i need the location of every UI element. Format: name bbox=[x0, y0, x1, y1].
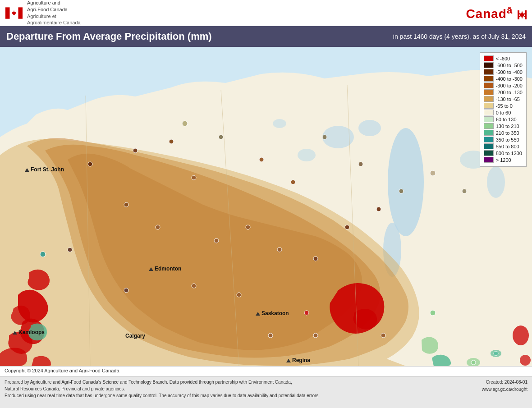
org-name-fr: Agriculture et Agroalimentaire Canada bbox=[27, 13, 81, 26]
svg-point-25 bbox=[169, 139, 174, 144]
legend-label-11: 130 to 210 bbox=[496, 124, 519, 129]
svg-point-54 bbox=[68, 248, 72, 252]
legend-label-1: < -600 bbox=[496, 56, 510, 61]
legend-swatch-11 bbox=[484, 123, 494, 129]
legend-label-7: -130 to -65 bbox=[496, 96, 520, 102]
legend-swatch-7 bbox=[484, 96, 494, 102]
legend-swatch-8 bbox=[484, 103, 494, 109]
legend-item-6: -200 to -130 bbox=[484, 89, 523, 95]
legend-swatch-3 bbox=[484, 69, 494, 75]
svg-point-36 bbox=[259, 157, 264, 162]
legend-swatch-10 bbox=[484, 116, 494, 122]
legend-label-12: 210 to 350 bbox=[496, 130, 519, 136]
svg-marker-6 bbox=[518, 11, 526, 19]
svg-point-40 bbox=[358, 162, 363, 166]
footer-created-date: Created: 2024-08-01 bbox=[482, 379, 527, 386]
legend-item-16: > 1200 bbox=[484, 157, 523, 163]
svg-rect-2 bbox=[18, 7, 23, 18]
svg-point-38 bbox=[182, 121, 188, 126]
legend-swatch-15 bbox=[484, 150, 494, 156]
legend-item-14: 550 to 800 bbox=[484, 143, 523, 149]
legend-swatch-14 bbox=[484, 143, 494, 149]
org-name-en: Agriculture and Agri-Food Canada bbox=[27, 0, 81, 13]
footer-line-2: Natural Resources Canada, Provincial and… bbox=[5, 385, 320, 392]
svg-point-34 bbox=[376, 207, 381, 211]
legend-swatch-2 bbox=[484, 62, 494, 68]
svg-point-50 bbox=[40, 252, 46, 257]
legend-swatch-16 bbox=[484, 157, 494, 163]
legend-item-7: -130 to -65 bbox=[484, 96, 523, 102]
legend-swatch-9 bbox=[484, 110, 494, 115]
svg-point-39 bbox=[322, 135, 327, 139]
legend-item-8: -65 to 0 bbox=[484, 103, 523, 109]
legend-item-2: -600 to -500 bbox=[484, 62, 523, 68]
legend-item-12: 210 to 350 bbox=[484, 130, 523, 136]
svg-point-49 bbox=[381, 333, 385, 338]
legend-item-5: -300 to -200 bbox=[484, 83, 523, 88]
legend-label-10: 60 to 130 bbox=[496, 117, 517, 122]
legend-label-15: 800 to 1200 bbox=[496, 151, 522, 156]
svg-point-33 bbox=[345, 225, 349, 229]
svg-point-15 bbox=[487, 166, 505, 198]
legend-item-1: < -600 bbox=[484, 55, 523, 61]
legend-swatch-13 bbox=[484, 137, 494, 142]
logo-area: Agriculture and Agri-Food Canada Agricul… bbox=[5, 0, 81, 26]
svg-point-35 bbox=[291, 180, 295, 184]
svg-point-41 bbox=[399, 189, 404, 193]
legend-label-3: -500 to -400 bbox=[496, 69, 523, 75]
page-header: Agriculture and Agri-Food Canada Agricul… bbox=[0, 0, 532, 26]
svg-point-55 bbox=[124, 288, 128, 293]
legend-swatch-6 bbox=[484, 89, 494, 95]
legend-label-16: > 1200 bbox=[496, 157, 511, 163]
legend-swatch-5 bbox=[484, 83, 494, 88]
svg-point-26 bbox=[124, 202, 128, 207]
legend-swatch-1 bbox=[484, 55, 494, 61]
svg-point-8 bbox=[388, 128, 424, 236]
svg-point-18 bbox=[513, 325, 529, 345]
legend-swatch-12 bbox=[484, 130, 494, 136]
svg-rect-5 bbox=[525, 10, 527, 19]
footer-bar: Prepared by Agriculture and Agri-Food Ca… bbox=[0, 376, 532, 408]
copyright-text: Copyright © 2024 Agriculture and Agri-Fo… bbox=[5, 368, 119, 373]
legend-label-14: 550 to 800 bbox=[496, 144, 519, 149]
svg-point-27 bbox=[192, 175, 196, 180]
legend-label-5: -300 to -200 bbox=[496, 83, 523, 88]
svg-rect-1 bbox=[5, 7, 10, 18]
legend-item-10: 60 to 130 bbox=[484, 116, 523, 122]
org-name: Agriculture and Agri-Food Canada Agricul… bbox=[27, 0, 81, 26]
legend-item-9: 0 to 60 bbox=[484, 110, 523, 115]
map-container: Fort St. John Edmonton Kamloops Calgary … bbox=[0, 47, 532, 366]
svg-point-37 bbox=[219, 135, 223, 139]
canada-wordmark: Canadā bbox=[466, 5, 527, 21]
svg-point-45 bbox=[237, 293, 241, 297]
map-svg bbox=[0, 47, 532, 366]
legend-label-9: 0 to 60 bbox=[496, 110, 511, 115]
footer-created: Created: 2024-08-01 www.agr.gc.ca/drough… bbox=[482, 379, 527, 393]
legend-label-2: -600 to -500 bbox=[496, 63, 523, 68]
copyright-bar: Copyright © 2024 Agriculture and Agri-Fo… bbox=[0, 366, 532, 376]
canada-flag-icon bbox=[5, 5, 23, 22]
svg-point-52 bbox=[471, 360, 476, 365]
legend-swatch-4 bbox=[484, 76, 494, 82]
legend-item-15: 800 to 1200 bbox=[484, 150, 523, 156]
legend-item-13: 350 to 550 bbox=[484, 137, 523, 142]
svg-point-24 bbox=[133, 148, 138, 153]
footer-attribution: Prepared by Agriculture and Agri-Food Ca… bbox=[5, 379, 320, 399]
svg-point-30 bbox=[246, 225, 250, 229]
svg-point-43 bbox=[462, 189, 467, 193]
svg-point-12 bbox=[298, 149, 316, 161]
svg-point-11 bbox=[358, 120, 381, 136]
title-bar: Departure From Average Precipitation (mm… bbox=[0, 26, 532, 47]
svg-point-47 bbox=[268, 333, 273, 338]
svg-point-29 bbox=[214, 238, 219, 243]
footer-line-1: Prepared by Agriculture and Agri-Food Ca… bbox=[5, 379, 320, 385]
svg-point-28 bbox=[156, 225, 160, 229]
svg-point-44 bbox=[192, 284, 196, 288]
svg-point-23 bbox=[88, 162, 92, 166]
svg-point-46 bbox=[304, 311, 309, 315]
footer-website: www.agr.gc.ca/drought bbox=[482, 386, 527, 393]
legend-label-6: -200 to -130 bbox=[496, 90, 523, 95]
svg-rect-4 bbox=[518, 10, 519, 19]
svg-point-42 bbox=[430, 170, 436, 176]
svg-point-53 bbox=[494, 351, 498, 356]
